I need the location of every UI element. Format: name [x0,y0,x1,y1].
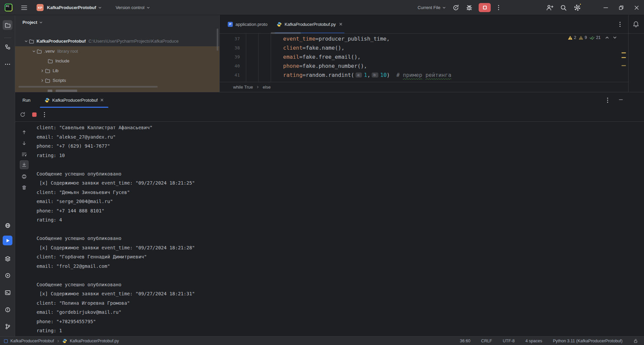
tab-application-proto[interactable]: P application.proto [223,15,272,33]
readonly-lock-icon[interactable] [633,339,638,343]
run-anything-toolwindow-button[interactable] [3,270,12,280]
indent-widget[interactable]: 4 spaces [525,339,542,343]
clear-console-icon[interactable] [20,183,29,192]
interpreter-widget[interactable]: Python 3.11 (KafkaProducerProtobuf) [553,339,623,343]
chevron-right-icon[interactable] [40,79,45,82]
settings-notification-dot [579,3,582,5]
code-token-param: phone [283,63,299,69]
run-tab-bar: Run KafkaProducerProtobuf [15,92,644,108]
chevron-down-icon [39,21,43,24]
warning-count: 2 [574,35,576,40]
error-stripe-mark[interactable] [622,57,626,58]
warning-icon [568,36,573,40]
run-panel-options-menu[interactable] [606,98,609,103]
print-icon[interactable] [20,172,29,181]
terminal-toolwindow-button[interactable] [3,288,12,297]
tree-row-include[interactable]: Include [15,56,219,66]
window-close-button[interactable] [634,5,639,10]
code-line[interactable]: email=fake.free_email(), [283,52,451,61]
project-avatar[interactable]: KP [37,4,44,11]
notifications-bell-icon[interactable] [633,21,639,28]
console-output[interactable]: client: "Савельев Каллистрат Афанасьевич… [37,123,195,336]
stop-console-button[interactable] [32,112,37,117]
more-toolwindows-button[interactable] [3,59,12,69]
code-line[interactable]: event_time=producer_publish_time, [283,34,451,43]
structure-toolwindow-button[interactable] [3,42,12,52]
passed-checks-group[interactable]: 21 [589,35,601,40]
run-tab-label: KafkaProducerProtobuf [52,98,98,103]
chevron-down-icon[interactable] [23,40,29,43]
error-stripe-mark[interactable] [622,65,626,66]
run-tab-close-icon[interactable] [100,98,104,102]
more-actions-menu[interactable] [497,5,500,10]
window-restore-button[interactable] [619,5,624,10]
tab-kafkaproducerprotobuf-py[interactable]: KafkaProducerProtobuf.py [272,15,347,33]
weak-warnings-group[interactable]: 9 [579,35,587,40]
tab-label: KafkaProducerProtobuf.py [284,22,335,27]
down-stacktrace-icon[interactable] [20,139,29,148]
tree-item-label: KafkaProducerProtobuf [37,39,86,44]
stop-button[interactable] [479,3,491,12]
tree-row-root[interactable]: KafkaProducerProtobuf C:\Users\User\Pych… [15,36,219,46]
tab-close-icon[interactable] [339,22,342,26]
python-file-icon [277,22,282,27]
line-number-gutter[interactable]: 37 38 39 40 41 [220,34,240,80]
main-menu-icon[interactable] [21,5,27,10]
run-tab-kafkaproducerprotobuf[interactable]: KafkaProducerProtobuf [40,92,108,108]
scroll-to-end-icon[interactable] [20,160,29,169]
breadcrumb-item[interactable]: else [263,85,271,90]
git-toolwindow-button[interactable] [3,322,12,331]
left-toolwindow-bar [0,15,15,336]
run-configuration-selector[interactable]: Current File [418,5,440,10]
tree-row-scripts[interactable]: Scripts [15,76,219,85]
prev-problem-icon[interactable] [605,36,609,40]
status-breadcrumb-project[interactable]: KafkaProducerProtobuf [10,339,54,343]
python-file-icon [62,339,67,343]
inspections-widget[interactable]: 2 9 21 [568,35,617,40]
caret-position-widget[interactable]: 36:60 [460,339,470,343]
error-stripe-mark[interactable] [622,52,626,53]
project-panel-header[interactable]: Project [22,20,43,25]
breadcrumb-item[interactable]: while True [233,85,253,90]
tree-item-suffix: library root [57,49,78,54]
window-minimize-button[interactable] [603,5,608,10]
status-breadcrumb-file[interactable]: KafkaProducerProtobuf.py [70,339,119,343]
next-problem-icon[interactable] [613,36,617,40]
tree-row-lib[interactable]: Lib [15,66,219,76]
settings-gear-icon[interactable] [574,4,581,11]
services-layers-toolwindow-button[interactable] [3,254,12,263]
code-line[interactable]: rating=random.randint(a:1,b:10) # пример… [283,70,451,80]
rerun-console-button[interactable] [20,112,25,117]
problems-toolwindow-button[interactable] [3,305,12,314]
python-console-toolwindow-button[interactable] [3,220,12,230]
project-switcher[interactable]: KafkaProducerProtobuf [47,5,96,10]
code-with-me-icon[interactable] [546,4,553,11]
editor-options-menu[interactable] [619,22,621,27]
pycharm-logo-icon[interactable]: PC [5,4,12,11]
version-control-menu[interactable]: Version control [116,5,145,10]
debug-button[interactable] [466,4,473,11]
run-panel-hide-icon[interactable] [618,97,624,102]
project-toolwindow-button[interactable] [3,20,12,30]
up-stacktrace-icon[interactable] [20,128,29,137]
code-editor[interactable]: event_time=producer_publish_time,client=… [283,34,451,80]
rerun-button[interactable] [452,4,459,11]
tree-row-venv[interactable]: .venv library root [15,46,219,56]
console-more-menu[interactable] [43,112,46,117]
soft-wrap-icon[interactable] [20,150,29,159]
indent-guide [271,34,271,82]
code-line[interactable]: client=fake.name(), [283,43,451,52]
editor-horizontal-scrollbar[interactable] [271,32,301,34]
chevron-right-icon[interactable] [40,69,45,72]
search-everywhere-icon[interactable] [560,4,567,11]
warnings-group[interactable]: 2 [568,35,576,40]
code-line[interactable]: phone=fake.phone_number(), [283,61,451,70]
chevron-down-icon[interactable] [31,50,37,53]
project-vertical-scrollbar[interactable] [217,29,218,51]
code-token-text: ) [387,72,396,78]
run-toolwindow-button[interactable] [3,236,12,245]
line-ending-widget[interactable]: CRLF [481,339,492,343]
project-horizontal-scrollbar[interactable] [18,86,158,88]
encoding-widget[interactable]: UTF-8 [503,339,515,343]
run-toolwindow-title[interactable]: Run [22,98,31,103]
